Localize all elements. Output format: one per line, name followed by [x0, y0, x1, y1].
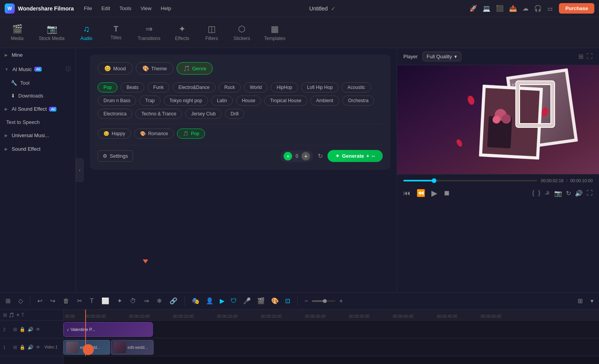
genre-tag-trap[interactable]: Trap — [139, 96, 160, 106]
genre-tag-electronica[interactable]: Electronica — [98, 109, 132, 119]
genre-tag-pop[interactable]: Pop — [98, 82, 117, 92]
menu-view[interactable]: View — [137, 4, 155, 13]
tab-filters[interactable]: ◫ Filters — [198, 21, 226, 44]
genre-tag-drum-n-bass[interactable]: Drum n Bass — [98, 96, 136, 106]
add-track-button[interactable]: ⊞ — [3, 296, 13, 306]
genre-tag-latin[interactable]: Latin — [211, 96, 233, 106]
ai-tab-theme[interactable]: 🎨 Theme — [136, 62, 173, 75]
ai-portrait-button[interactable]: 👤 — [203, 296, 216, 306]
zoom-in-button[interactable]: + — [337, 296, 345, 306]
selected-tag-happy[interactable]: 😊 Happy — [98, 129, 131, 139]
generate-button[interactable]: ✦ Generate + -- — [328, 150, 383, 162]
track1-lock-btn[interactable]: 🔒 — [19, 345, 25, 350]
genre-tag-rock[interactable]: Rock — [219, 82, 241, 92]
frame-back-button[interactable]: ⏪ — [417, 189, 425, 197]
tab-titles[interactable]: T Titles — [102, 21, 130, 44]
ai-music-info-icon[interactable]: ⓘ — [66, 66, 71, 73]
sidebar-header-mine[interactable]: ▶ Mine — [0, 48, 75, 62]
purchase-button[interactable]: Purchase — [559, 3, 594, 14]
more-options-button[interactable]: ▾ — [588, 296, 596, 306]
genre-tag-hiphop[interactable]: HipHop — [271, 82, 298, 92]
ai-scene-button[interactable]: 🎬 — [255, 296, 267, 306]
sidebar-header-ai-music[interactable]: ▼ AI Music AI ⓘ — [0, 62, 75, 77]
genre-tag-jersey-club[interactable]: Jersey Club — [185, 109, 221, 119]
tab-stock-media[interactable]: 📷 Stock Media — [33, 21, 71, 44]
mark-in-icon[interactable]: { — [532, 190, 534, 197]
menu-file[interactable]: File — [80, 4, 96, 13]
selected-tag-pop[interactable]: 🎵 Pop — [177, 129, 205, 139]
layout-tl-button[interactable]: ⊞ — [575, 296, 585, 306]
menu-tools[interactable]: Tools — [116, 4, 135, 13]
freeze-button[interactable]: ❄ — [154, 296, 164, 306]
speed-button[interactable]: ⏱ — [128, 296, 138, 306]
grid-view-icon[interactable]: ⊞ — [578, 53, 583, 60]
genre-tag-lofi[interactable]: Lofi Hip Hop — [301, 82, 338, 92]
selected-tag-romance[interactable]: 🎨 Romance — [134, 129, 174, 139]
stop-button[interactable]: ⏹ — [443, 189, 450, 197]
ai-tab-mood[interactable]: 😊 Mood — [98, 62, 133, 75]
skip-back-button[interactable]: ⏮ — [403, 189, 410, 197]
add-extra-button[interactable]: + — [301, 152, 310, 160]
tab-templates[interactable]: ▦ Templates — [258, 21, 292, 44]
genre-tag-house[interactable]: House — [236, 96, 261, 106]
rocket-icon[interactable]: 🚀 — [469, 5, 477, 12]
tab-transitions[interactable]: ⇒ Transitions — [131, 21, 166, 44]
sidebar-collapse-button[interactable]: ‹ — [76, 158, 84, 182]
refresh-button[interactable]: ↻ — [316, 151, 324, 161]
auto-highlight-button[interactable]: ◇ — [16, 296, 25, 306]
genre-tag-electro-dance[interactable]: Electro&Dance — [173, 82, 215, 92]
redo-button[interactable]: ↪ — [48, 296, 58, 306]
grid-icon[interactable]: ⚏ — [547, 5, 553, 12]
track2-lock-btn[interactable]: 🔒 — [19, 327, 25, 332]
add-title-track[interactable]: T — [21, 312, 24, 318]
genre-tag-beats[interactable]: Beats — [121, 82, 144, 92]
brush-button[interactable]: ✦ — [115, 296, 124, 306]
quality-select[interactable]: Full Quality ▾ — [422, 52, 461, 61]
ai-shield-button[interactable]: 🛡 — [228, 296, 239, 306]
tab-stickers[interactable]: ⬡ Stickers — [227, 21, 256, 44]
sidebar-item-tts[interactable]: Text to Speech — [0, 116, 75, 129]
genre-tag-techno-trance[interactable]: Techno & Trance — [135, 109, 182, 119]
genre-tag-acoustic[interactable]: Acoustic — [342, 82, 371, 92]
link-button[interactable]: 🔗 — [167, 296, 180, 306]
progress-bar[interactable] — [403, 180, 537, 181]
settings-button[interactable]: ⚙ Settings — [98, 150, 133, 162]
track1-eye-btn[interactable]: 👁 — [36, 345, 40, 350]
volume-icon[interactable]: 🔊 — [575, 190, 583, 197]
tab-effects[interactable]: ✦ Effects — [168, 21, 196, 44]
ai-remove-bg-button[interactable]: 🎭 — [189, 296, 202, 306]
sidebar-header-universal[interactable]: ▶ Universal Musi... — [0, 129, 75, 142]
add-video-track[interactable]: ⊞ — [3, 312, 7, 318]
track2-volume-btn[interactable]: 🔊 — [28, 327, 33, 332]
crop-button[interactable]: ⬜ — [99, 296, 112, 306]
add-plus-button[interactable]: + — [284, 152, 292, 160]
video-clip-2[interactable]: edit-wedd... — [111, 340, 154, 355]
snapshot-icon[interactable]: 📷 — [554, 190, 562, 197]
headset-icon[interactable]: 🎧 — [534, 5, 542, 12]
genre-tag-ambient[interactable]: Ambient — [310, 96, 339, 106]
delete-button[interactable]: 🗑 — [61, 296, 72, 306]
text-button[interactable]: T — [88, 296, 96, 306]
sidebar-header-ai-sound[interactable]: ▶ AI Sound Effect AI — [0, 102, 75, 116]
track1-add-btn[interactable]: ⊞ — [13, 345, 17, 350]
zoom-out-button[interactable]: − — [302, 296, 310, 306]
genre-tag-orchestra[interactable]: Orchestra — [342, 96, 375, 106]
genre-tag-tokyo[interactable]: Tokyo night pop — [164, 96, 208, 106]
audio-clip-valentine[interactable]: ♪ Valentine P... — [63, 322, 153, 337]
fullscreen-icon[interactable]: ⛶ — [587, 53, 593, 60]
zoom-slider[interactable] — [312, 300, 335, 302]
mark-out-icon[interactable]: } — [538, 190, 540, 197]
monitor-icon[interactable]: 💻 — [483, 5, 490, 12]
genre-tag-funk[interactable]: Funk — [147, 82, 170, 92]
ai-voice-button[interactable]: 🎤 — [241, 296, 253, 306]
track2-eye-btn[interactable]: 👁 — [36, 327, 40, 332]
ai-motion-button[interactable]: ▶ — [217, 296, 227, 306]
menu-edit[interactable]: Edit — [98, 4, 114, 13]
fullscreen-player-icon[interactable]: ⛶ — [587, 190, 593, 197]
cut-button[interactable]: ✂ — [75, 296, 84, 306]
ai-tab-genre[interactable]: 🎵 Genre — [177, 62, 213, 75]
transition-tl-button[interactable]: ⇒ — [142, 296, 151, 306]
ai-color-button[interactable]: 🎨 — [269, 296, 281, 306]
genre-tag-tropical[interactable]: Tropical House — [264, 96, 307, 106]
track2-add-btn[interactable]: ⊞ — [13, 327, 17, 332]
